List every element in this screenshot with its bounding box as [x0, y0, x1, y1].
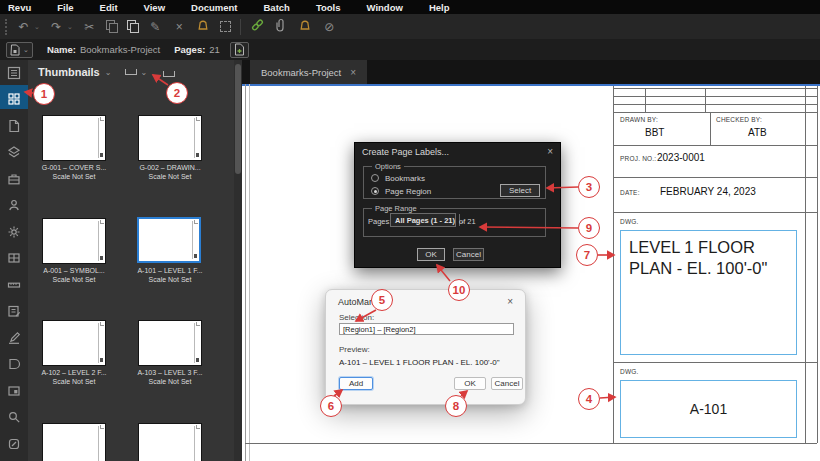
thumbnail-a101[interactable] [137, 217, 201, 263]
undo-dropdown-chevron[interactable]: ⌄ [34, 23, 40, 31]
pages-label: Pages: [368, 217, 391, 226]
search-icon[interactable] [4, 407, 24, 427]
measurements-icon[interactable] [4, 275, 24, 295]
page-left-edge-inner [249, 84, 250, 461]
drawn-by-label: DRAWN BY: [620, 116, 658, 123]
cancel-button[interactable]: Cancel [491, 377, 523, 390]
dialog-title: Create Page Labels... [362, 147, 449, 157]
callout-4: 4 [578, 388, 600, 410]
create-page-labels-dialog: Create Page Labels... × Options Bookmark… [354, 142, 561, 268]
thumbnail-partial[interactable] [138, 423, 202, 461]
media-icon[interactable] [4, 381, 24, 401]
bookmarks-radio[interactable] [371, 174, 379, 182]
close-icon[interactable]: × [507, 296, 513, 307]
thumbnail-scale: Scale Not Set [125, 172, 215, 181]
drag-handle[interactable] [5, 19, 7, 35]
tab-label: Bookmarks-Project [261, 67, 341, 78]
thumbnail-label: A-001 – SYMBOL... [29, 266, 119, 275]
signatures-icon[interactable] [4, 328, 24, 348]
add-page-icon [234, 43, 245, 56]
page-setup-dropdown[interactable]: ⌄ [6, 42, 33, 58]
preview-label: Preview: [339, 345, 370, 354]
toolbar-separator [240, 19, 241, 35]
copy-icon[interactable] [106, 20, 118, 33]
links-icon[interactable] [4, 434, 24, 454]
menu-batch[interactable]: Batch [264, 2, 290, 13]
studio-icon[interactable] [4, 195, 24, 215]
thumbnail-g002[interactable] [138, 115, 202, 161]
of-pages-label: of 21 [459, 217, 476, 226]
drawn-by-value: BBT [645, 127, 664, 138]
thumbnail-a001[interactable] [42, 218, 106, 264]
menu-edit[interactable]: Edit [100, 2, 118, 13]
menu-revu[interactable]: Revu [8, 2, 31, 13]
tab-bookmarks-project[interactable]: Bookmarks-Project × [250, 60, 367, 84]
pages-dropdown[interactable]: All Pages (1 - 21) ⌄ [390, 213, 456, 227]
create-page-labels-button[interactable]: ⌄ [125, 68, 147, 77]
callout-7: 7 [576, 244, 598, 266]
menu-file[interactable]: File [57, 2, 73, 13]
menu-help[interactable]: Help [429, 2, 450, 13]
layers-icon[interactable] [4, 142, 24, 162]
ok-button[interactable]: OK [417, 248, 445, 261]
menu-document[interactable]: Document [191, 2, 237, 13]
redo-icon[interactable]: ↷ [49, 19, 64, 35]
toolbox-icon[interactable] [4, 169, 24, 189]
spaces-icon[interactable] [4, 222, 24, 242]
tab-close-icon[interactable]: × [350, 67, 356, 78]
flag-icon[interactable] [196, 18, 211, 36]
thumbnail-partial[interactable] [42, 423, 106, 461]
add-button[interactable]: Add [339, 377, 373, 390]
checked-by-value: ATB [748, 127, 767, 138]
cancel-button[interactable]: Cancel [453, 248, 484, 261]
thumbnail-label: A-101 – LEVEL 1 F... [125, 266, 215, 275]
page-region-radio[interactable] [371, 187, 379, 195]
thumbnail-a103[interactable] [138, 320, 202, 366]
bookmarks-icon[interactable] [4, 116, 24, 136]
no-link-icon[interactable]: ⊘ [322, 19, 337, 35]
create-page-labels-region-button[interactable] [163, 63, 175, 81]
attachment-icon[interactable] [274, 18, 289, 36]
menu-bar: Revu File Edit View Document Batch Tools… [0, 0, 820, 14]
paste-icon[interactable] [127, 20, 139, 33]
hyperlink-icon[interactable] [250, 18, 265, 36]
properties-icon[interactable] [4, 63, 24, 83]
format-painter-icon[interactable]: ✎ [148, 19, 163, 35]
thumbnail-a102[interactable] [42, 320, 106, 366]
windows-icon[interactable] [4, 248, 24, 268]
selection-input[interactable]: [Region1] – [Region2] [339, 323, 514, 335]
thumbnails-icon[interactable] [4, 89, 24, 109]
callout-2: 2 [166, 82, 188, 104]
date-value: FEBRUARY 24, 2023 [660, 186, 756, 197]
undo-icon[interactable]: ↶ [16, 19, 31, 35]
menu-window[interactable]: Window [367, 2, 403, 13]
callout-8: 8 [445, 395, 467, 417]
thumbnails-menu-chevron[interactable]: ⌄ [105, 68, 112, 77]
menu-tools[interactable]: Tools [316, 2, 341, 13]
thumbnails-scrollbar[interactable] [234, 60, 242, 461]
bookmarks-radio-label: Bookmarks [385, 174, 425, 183]
redo-dropdown-chevron[interactable]: ⌄ [67, 23, 73, 31]
preview-value: A-101 – LEVEL 1 FLOOR PLAN - EL. 100'-0" [339, 358, 500, 367]
cut-icon[interactable]: ✂ [82, 19, 97, 35]
thumbnails-panel-title: Thumbnails [38, 66, 100, 78]
snapshot-crop-icon[interactable] [220, 21, 231, 32]
markups-icon[interactable] [4, 301, 24, 321]
ok-button[interactable]: OK [454, 377, 486, 390]
date-label: DATE: [620, 189, 640, 196]
delete-icon[interactable]: × [172, 19, 187, 35]
thumbnail-scale: Scale Not Set [125, 275, 215, 284]
select-button[interactable]: Select [500, 184, 540, 197]
thumbnail-scale: Scale Not Set [125, 377, 215, 386]
thumbnail-label: G-001 – COVER S... [29, 163, 119, 172]
close-icon[interactable]: × [547, 146, 553, 157]
forms-icon[interactable] [4, 354, 24, 374]
thumbnail-g001[interactable] [42, 115, 106, 161]
page-top-edge [242, 84, 820, 86]
file-bar: ⌄ Name: Bookmarks-Project Pages: 21 [0, 39, 820, 60]
flag-icon-2[interactable] [298, 18, 313, 36]
insert-pages-button[interactable] [230, 42, 249, 58]
name-value: Bookmarks-Project [80, 44, 160, 55]
panel-sidebar [0, 60, 28, 461]
menu-view[interactable]: View [144, 2, 165, 13]
